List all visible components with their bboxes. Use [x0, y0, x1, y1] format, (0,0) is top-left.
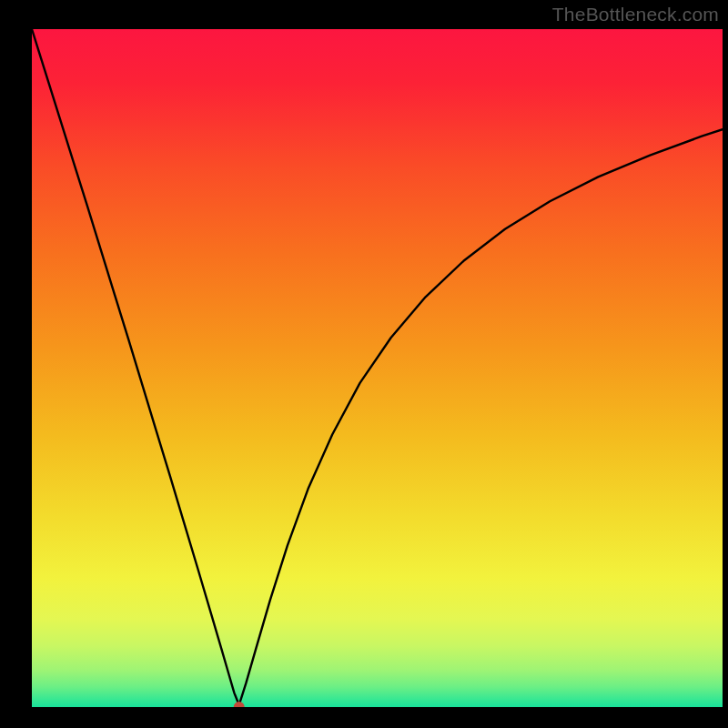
chart-svg [32, 29, 723, 707]
gradient-background [32, 29, 723, 707]
chart-frame: TheBottleneck.com [0, 0, 728, 728]
watermark-label: TheBottleneck.com [552, 4, 719, 25]
plot-area [32, 29, 723, 707]
